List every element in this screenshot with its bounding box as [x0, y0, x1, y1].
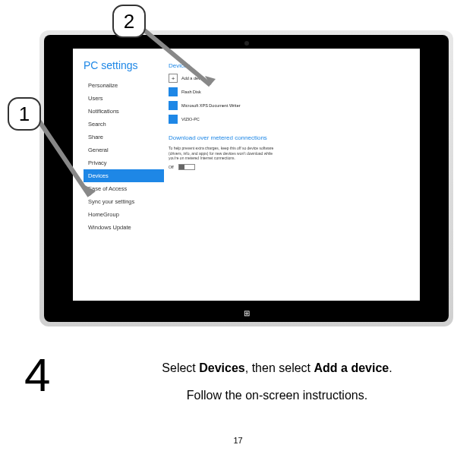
instruction-line-1: Select Devices, then select Add a device…: [114, 360, 440, 377]
nav-item-windows-update[interactable]: Windows Update: [84, 221, 164, 234]
toggle-label: Off: [169, 165, 174, 169]
add-device-row[interactable]: + Add a device: [169, 74, 412, 83]
nav-item-notifications[interactable]: Notifications: [84, 105, 164, 118]
nav-item-personalize[interactable]: Personalize: [84, 79, 164, 92]
nav-item-ease-of-access[interactable]: Ease of Access: [84, 182, 164, 195]
device-icon: [169, 101, 178, 110]
device-label: VIZIO-PC: [181, 117, 200, 121]
nav-item-homegroup[interactable]: HomeGroup: [84, 208, 164, 221]
settings-content: Devices + Add a device Flash DiskMicroso…: [164, 49, 420, 301]
metered-help-text: To help prevent extra charges, keep this…: [169, 146, 282, 161]
device-list: Flash DiskMicrosoft XPS Document WriterV…: [169, 87, 412, 124]
nav-item-share[interactable]: Share: [84, 131, 164, 144]
device-label: Microsoft XPS Document Writer: [181, 103, 241, 108]
instruction-line-2: Follow the on-screen instructions.: [114, 387, 440, 404]
step-number: 4: [24, 348, 50, 402]
device-row[interactable]: VIZIO-PC: [169, 115, 412, 124]
device-icon: [169, 87, 178, 96]
callout-2-label: 2: [124, 10, 134, 33]
page-number: 17: [233, 436, 242, 445]
section-devices-title: Devices: [169, 62, 412, 69]
callout-2: 2: [112, 5, 146, 38]
callout-1-label: 1: [19, 102, 30, 126]
device-icon: [169, 115, 178, 124]
device-row[interactable]: Microsoft XPS Document Writer: [169, 101, 412, 110]
nav-item-devices[interactable]: Devices: [84, 169, 164, 182]
step-instructions: Select Devices, then select Add a device…: [114, 360, 440, 405]
toggle-switch[interactable]: [178, 164, 195, 170]
pc-settings-title: PC settings: [84, 59, 164, 71]
add-device-label: Add a device: [181, 76, 206, 80]
settings-sidebar: PC settings PersonalizeUsersNotification…: [73, 49, 164, 301]
settings-nav: PersonalizeUsersNotificationsSearchShare…: [84, 79, 164, 234]
device-label: Flash Disk: [181, 90, 201, 94]
windows-button-icon: ⊞: [244, 309, 250, 317]
nav-item-users[interactable]: Users: [84, 92, 164, 105]
tablet-bezel: PC settings PersonalizeUsersNotification…: [44, 35, 449, 322]
nav-item-privacy[interactable]: Privacy: [84, 156, 164, 169]
camera-dot: [244, 41, 249, 46]
nav-item-sync-your-settings[interactable]: Sync your settings: [84, 195, 164, 208]
section-metered-title: Download over metered connections: [169, 134, 412, 141]
screen: PC settings PersonalizeUsersNotification…: [73, 49, 420, 301]
nav-item-general[interactable]: General: [84, 144, 164, 156]
metered-toggle-row[interactable]: Off: [169, 164, 412, 170]
callout-1: 1: [8, 97, 41, 131]
plus-icon: +: [169, 74, 178, 83]
nav-item-search[interactable]: Search: [84, 118, 164, 131]
device-row[interactable]: Flash Disk: [169, 87, 412, 96]
tablet-frame: PC settings PersonalizeUsersNotification…: [39, 30, 453, 326]
